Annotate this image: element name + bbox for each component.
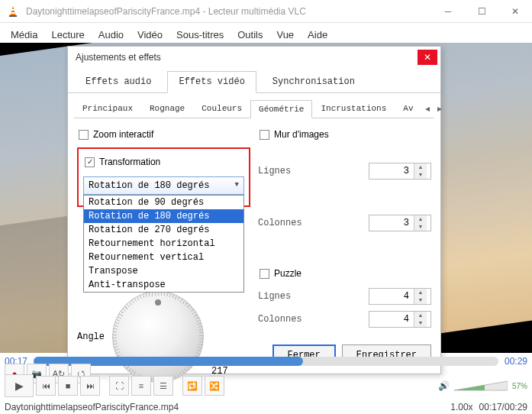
mur-images-checkbox[interactable] (260, 130, 269, 140)
adjustments-effects-dialog: Ajustements et effets ✕ Effets audio Eff… (67, 46, 441, 374)
window-title: DaytonighttimelapseofPariscityFrance.mp4… (26, 6, 431, 17)
option-rotation-90[interactable]: Rotation de 90 degrés (84, 196, 243, 209)
mur-lignes-spinner[interactable]: ▲▼ (369, 163, 431, 180)
dialog-title: Ajustements et effets (76, 52, 418, 63)
main-tabs: Effets audio Effets vidéo Synchronisatio… (68, 68, 440, 93)
menu-vue[interactable]: Vue (270, 26, 300, 44)
svg-rect-3 (11, 12, 15, 14)
dialog-close-button[interactable]: ✕ (418, 50, 437, 65)
geometry-left-column: Zoom interactif Transformation Rotation … (77, 126, 250, 383)
dial-indicator-icon (155, 299, 161, 306)
transformation-options-list: Rotation de 90 degrés Rotation de 180 de… (83, 195, 244, 293)
playlist-button[interactable]: ☰ (153, 376, 173, 396)
stop-button[interactable]: ■ (58, 376, 78, 396)
option-rotation-270[interactable]: Rotation de 270 degrés (84, 223, 243, 237)
subtab-rognage[interactable]: Rognage (141, 99, 193, 118)
spin-up-icon[interactable]: ▲ (414, 163, 427, 171)
speaker-icon[interactable]: 🔊 (438, 380, 450, 391)
subtab-principaux[interactable]: Principaux (74, 99, 141, 118)
option-rotation-180[interactable]: Rotation de 180 degrés (84, 209, 243, 223)
transformation-label: Transformation (99, 157, 160, 167)
option-flip-horizontal[interactable]: Retournement horizontal (84, 237, 243, 251)
status-bar: DaytonighttimelapseofPariscityFrance.mp4… (5, 402, 527, 412)
shuffle-button[interactable]: 🔀 (205, 376, 224, 396)
puzzle-lignes-label: Lignes (258, 291, 363, 302)
close-button[interactable]: ✕ (498, 0, 532, 23)
status-speed[interactable]: 1.00x (450, 402, 472, 412)
spin-down-icon[interactable]: ▼ (414, 296, 427, 304)
puzzle-lignes-spinner[interactable]: ▲▼ (369, 288, 431, 305)
menu-audio[interactable]: Audio (92, 26, 130, 44)
mur-colonnes-spinner[interactable]: ▲▼ (369, 215, 431, 231)
subtab-scroll-right-icon[interactable]: ▸ (434, 102, 445, 115)
status-position[interactable]: 00:17/00:29 (479, 402, 527, 412)
tab-synchronisation[interactable]: Synchronisation (261, 71, 366, 92)
volume-slider[interactable] (454, 380, 508, 392)
previous-button[interactable]: ⏮ (36, 376, 56, 396)
subtab-geometrie[interactable]: Géométrie (250, 100, 312, 118)
spin-up-icon[interactable]: ▲ (414, 289, 427, 296)
angle-label: Angle (77, 332, 105, 342)
puzzle-lignes-input[interactable] (369, 289, 414, 304)
subtab-av[interactable]: Av (395, 99, 421, 118)
transformation-highlight: Transformation Rotation de 180 degrés Ro… (77, 147, 250, 207)
play-button[interactable]: ▶ (5, 374, 34, 397)
puzzle-colonnes-spinner[interactable]: ▲▼ (369, 311, 431, 328)
svg-rect-1 (9, 15, 17, 17)
zoom-interactif-label: Zoom interactif (93, 129, 153, 140)
puzzle-colonnes-input[interactable] (369, 312, 414, 327)
next-button[interactable]: ⏭ (80, 376, 100, 396)
transformation-selected[interactable]: Rotation de 180 degrés (83, 176, 244, 195)
mur-colonnes-label: Colonnes (258, 218, 363, 228)
option-anti-transpose[interactable]: Anti-transpose (84, 278, 243, 292)
option-transpose[interactable]: Transpose (84, 264, 243, 278)
subtab-scroll-left-icon[interactable]: ◂ (422, 102, 433, 115)
loop-button[interactable]: 🔁 (182, 376, 202, 396)
menu-media[interactable]: Média (5, 26, 44, 44)
tab-effets-video[interactable]: Effets vidéo (167, 71, 256, 93)
transformation-dropdown[interactable]: Rotation de 180 degrés Rotation de 90 de… (83, 176, 244, 195)
minimize-button[interactable]: ─ (431, 0, 465, 23)
window-titlebar: DaytonighttimelapseofPariscityFrance.mp4… (0, 0, 532, 23)
sub-tabs: Principaux Rognage Couleurs Géométrie In… (74, 99, 434, 118)
mur-lignes-label: Lignes (258, 166, 363, 176)
puzzle-label: Puzzle (274, 268, 301, 279)
spin-up-icon[interactable]: ▲ (414, 215, 427, 223)
mur-images-label: Mur d'images (274, 129, 329, 140)
subtab-incrustations[interactable]: Incrustations (312, 99, 395, 118)
menu-outils[interactable]: Outils (231, 26, 269, 44)
tab-effets-audio[interactable]: Effets audio (74, 71, 163, 92)
maximize-button[interactable]: ☐ (465, 0, 498, 23)
mur-lignes-input[interactable] (369, 163, 414, 179)
option-flip-vertical[interactable]: Retournement vertical (84, 251, 243, 264)
status-filename: DaytonighttimelapseofPariscityFrance.mp4 (5, 402, 444, 412)
spin-down-icon[interactable]: ▼ (414, 171, 427, 179)
puzzle-colonnes-label: Colonnes (258, 314, 363, 325)
menu-soustitres[interactable]: Sous-titres (170, 26, 230, 44)
svg-marker-0 (10, 6, 16, 16)
menu-lecture[interactable]: Lecture (45, 26, 90, 44)
transformation-checkbox[interactable] (85, 157, 95, 167)
zoom-interactif-checkbox[interactable] (79, 130, 89, 140)
svg-rect-2 (11, 9, 15, 11)
menu-video[interactable]: Vidéo (131, 26, 169, 44)
puzzle-checkbox[interactable] (260, 269, 269, 279)
spin-down-icon[interactable]: ▼ (414, 223, 427, 231)
spin-up-icon[interactable]: ▲ (414, 312, 427, 319)
mur-colonnes-input[interactable] (369, 215, 414, 231)
subtab-couleurs[interactable]: Couleurs (193, 99, 250, 118)
menu-aide[interactable]: Aide (301, 26, 334, 44)
vlc-cone-icon (6, 5, 20, 18)
volume-percent: 57% (512, 382, 527, 390)
dialog-titlebar[interactable]: Ajustements et effets ✕ (68, 47, 440, 68)
fullscreen-button[interactable]: ⛶ (109, 376, 129, 396)
extended-settings-button[interactable]: ≡ (131, 376, 151, 396)
spin-down-icon[interactable]: ▼ (414, 319, 427, 327)
